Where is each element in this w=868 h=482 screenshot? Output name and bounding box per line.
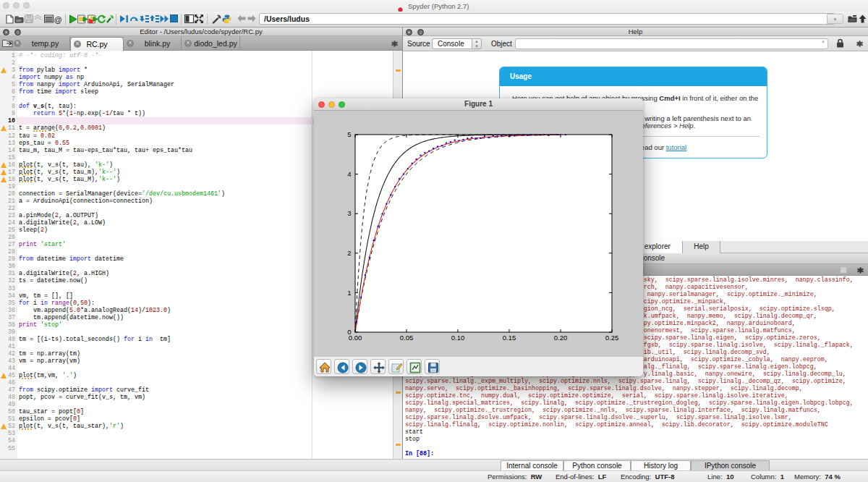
svg-text:3: 3 (347, 209, 351, 217)
svg-text:5: 5 (347, 130, 351, 138)
svg-text:4: 4 (347, 170, 351, 178)
svg-text:0: 0 (347, 328, 351, 336)
svg-text:0.15: 0.15 (503, 334, 516, 342)
svg-text:0.25: 0.25 (605, 334, 619, 342)
svg-text:0.05: 0.05 (400, 334, 414, 342)
svg-text:2: 2 (347, 249, 351, 257)
svg-text:0.10: 0.10 (451, 334, 465, 342)
svg-text:0.20: 0.20 (554, 334, 568, 342)
svg-text:1: 1 (347, 289, 351, 297)
